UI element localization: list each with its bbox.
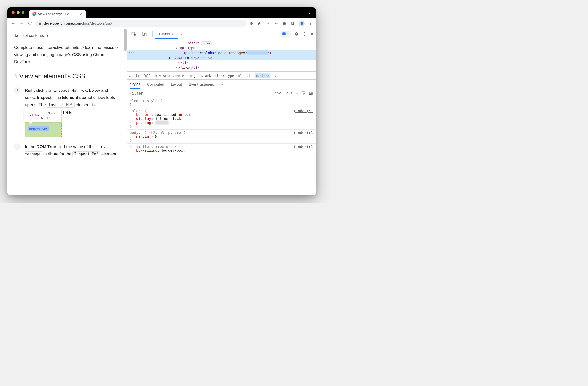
flex-badge: flex — [201, 41, 212, 45]
zoom-icon[interactable]: ⊕ — [249, 21, 254, 26]
profile-avatar[interactable]: 👤 — [299, 20, 305, 26]
window-controls — [12, 11, 24, 14]
devtools-panel: Elements » 1 ⋮ ✕ ::beforeflex ▶<p>…</p> … — [127, 29, 316, 195]
extensions-icon[interactable] — [282, 21, 287, 26]
rule-element-style[interactable]: element.style { } — [127, 98, 316, 108]
toolbar: developer.chrome.com/docs/devtools/css/ … — [7, 18, 316, 29]
toolbar-icons: ⊕ ☆ ✂ 👤 ⋮ — [249, 20, 313, 26]
subtab-event-listeners[interactable]: Event Listeners — [189, 82, 214, 86]
source-link[interactable]: (index):1 — [294, 109, 313, 113]
tabs-menu-button[interactable]: ⌄ — [308, 11, 311, 15]
more-subtabs-button[interactable]: » — [221, 82, 223, 86]
crumb-item[interactable]: lth-full — [136, 74, 151, 77]
source-link[interactable]: (index):1 — [294, 131, 313, 135]
new-rule-button[interactable]: + — [296, 91, 298, 96]
crumb-item[interactable]: div.stack.center-images.stack--block.typ… — [155, 74, 234, 77]
rendered-page: Table of contents ▾ Complete these inter… — [7, 29, 127, 195]
address-bar[interactable]: developer.chrome.com/docs/devtools/css/ — [35, 19, 246, 27]
content-area: Table of contents ▾ Complete these inter… — [7, 29, 316, 195]
tab-strip: View and change CSS - Chrom ✕ + — [29, 7, 92, 18]
code-inspect-me: Inspect Me! — [52, 88, 80, 93]
subtab-layout[interactable]: Layout — [171, 82, 182, 86]
intro-paragraph: Complete these interactive tutorials to … — [14, 44, 120, 66]
browser-tab[interactable]: View and change CSS - Chrom ✕ — [29, 10, 86, 18]
tab-title: View and change CSS - Chrom — [38, 12, 78, 16]
chevron-down-icon: ▾ — [47, 33, 49, 38]
steps-list: Right-click the Inspect Me! text below a… — [14, 87, 120, 158]
maximize-window-button[interactable] — [21, 11, 24, 14]
toc-dropdown[interactable]: Table of contents ▾ — [14, 33, 120, 38]
tab-elements[interactable]: Elements — [155, 29, 178, 39]
tooltip-selector: p.aloha — [26, 113, 39, 118]
color-swatch-red[interactable] — [179, 114, 182, 116]
menu-button[interactable]: ⋮ — [308, 21, 313, 26]
close-tab-button[interactable]: ✕ — [80, 12, 83, 16]
element-tooltip: p.aloha 118.96 × 61.97 — [23, 109, 62, 122]
subtab-computed[interactable]: Computed — [147, 82, 164, 86]
crumb-item[interactable]: li — [247, 74, 251, 77]
hash-icon: # — [14, 72, 18, 80]
styles-filter-input[interactable] — [130, 91, 270, 96]
inspect-demo: p.aloha 118.96 × 61.97 Inspect Me! — [25, 120, 62, 137]
step-1: Right-click the Inspect Me! text below a… — [14, 87, 120, 137]
close-devtools-button[interactable]: ✕ — [310, 31, 314, 37]
paint-icon[interactable] — [301, 91, 306, 96]
browser-window: View and change CSS - Chrom ✕ + ⌄ develo… — [7, 7, 316, 195]
toc-label: Table of contents — [14, 34, 44, 38]
styles-rules: element.style { } (index):1 .aloha { bor… — [127, 98, 316, 195]
reload-button[interactable] — [27, 20, 33, 26]
devtools-tabbar: Elements » 1 ⋮ ✕ — [127, 29, 316, 39]
rule-body-p[interactable]: (index):1 body, h1, h2, h3, p, pre { mar… — [127, 130, 316, 144]
subtab-styles[interactable]: Styles — [130, 80, 140, 89]
styles-subtabs: Styles Computed Layout Event Listeners » — [127, 80, 316, 89]
hov-toggle[interactable]: :hov — [273, 91, 281, 96]
cls-toggle[interactable]: .cls — [284, 91, 293, 96]
chrome-favicon — [32, 12, 36, 16]
scissors-icon[interactable]: ✂ — [274, 21, 279, 26]
styles-filter-row: :hov .cls + — [127, 89, 316, 98]
dom-tree[interactable]: ::beforeflex ▶<p>…</p> •••<p class="aloh… — [127, 39, 316, 71]
selected-dom-node[interactable]: •••<p class="aloha" data-message="xxxxxx… — [127, 50, 316, 55]
rule-aloha[interactable]: (index):1 .aloha { border:1px dashed red… — [127, 108, 316, 130]
sidepanel-icon[interactable] — [290, 21, 295, 26]
titlebar: View and change CSS - Chrom ✕ + ⌄ — [7, 7, 316, 18]
share-icon[interactable] — [257, 21, 262, 26]
crumb-more-left[interactable]: … — [129, 74, 131, 77]
toggle-sidebar-icon[interactable] — [309, 91, 313, 96]
section-heading: #View an element's CSS — [14, 72, 120, 80]
kebab-menu-button[interactable]: ⋮ — [302, 31, 307, 37]
inspect-me-text: Inspect Me! — [28, 126, 49, 131]
source-link[interactable]: (index):1 — [294, 145, 313, 149]
step-2: In the DOM Tree, find the value of the d… — [14, 143, 120, 158]
settings-icon[interactable] — [294, 32, 299, 36]
url-text: developer.chrome.com/docs/devtools/css/ — [44, 21, 112, 25]
lock-icon — [39, 22, 42, 25]
crumb-more-right[interactable]: … — [274, 74, 276, 77]
more-tabs-button[interactable]: » — [179, 29, 185, 39]
dom-breadcrumb[interactable]: … lth-full div.stack.center-images.stack… — [127, 71, 316, 80]
page-scrollbar[interactable] — [124, 29, 126, 51]
tooltip-dimensions: 118.96 × 61.97 — [41, 111, 60, 121]
new-tab-button[interactable]: + — [89, 13, 92, 18]
bookmark-icon[interactable]: ☆ — [265, 21, 270, 26]
rule-universal[interactable]: (index):1 *, ::after, ::before { box-siz… — [127, 144, 316, 153]
crumb-item[interactable]: ol — [238, 74, 242, 77]
svg-rect-4 — [145, 33, 147, 36]
svg-rect-0 — [291, 22, 294, 25]
device-toolbar-button[interactable] — [140, 29, 149, 39]
crumb-selected[interactable]: p.aloha — [255, 73, 270, 78]
inspect-element-button[interactable] — [129, 29, 139, 39]
issues-badge[interactable]: 1 — [280, 31, 291, 37]
back-button[interactable] — [10, 20, 16, 26]
close-window-button[interactable] — [12, 11, 15, 14]
forward-button[interactable] — [19, 20, 24, 26]
minimize-window-button[interactable] — [17, 11, 20, 14]
